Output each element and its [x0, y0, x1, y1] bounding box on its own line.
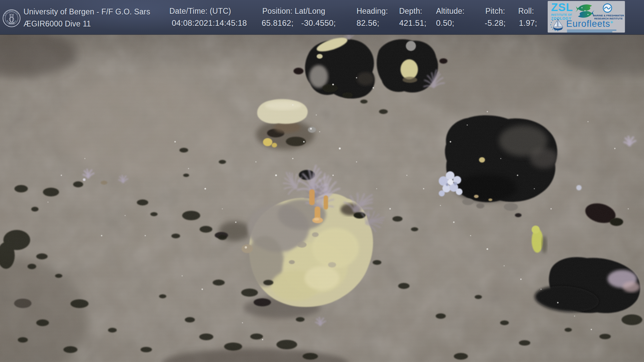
- seafloor-scene: [0, 0, 644, 362]
- telemetry-overlay-bar: UNIVERSITAS BERGENSIS University of Berg…: [0, 0, 644, 35]
- film-grain: [0, 0, 644, 362]
- eurofleets-tagline-bar: [567, 29, 616, 31]
- roll-value: 1.97;: [519, 18, 537, 28]
- dive-label: ÆGIR6000 Dive 11: [23, 19, 91, 28]
- depth-value: 421.51;: [399, 18, 426, 28]
- pitch-label: Pitch:: [485, 7, 505, 16]
- altitude-value: 0.50;: [436, 18, 454, 28]
- mfri-fish-icon: [575, 2, 595, 20]
- zsl-logo: ZSL INSTITUTE OF ZOOLOGY: [551, 2, 573, 20]
- roll-label: Roll:: [518, 7, 534, 16]
- depth-label: Depth:: [399, 7, 422, 16]
- sponsor-logo-panel: ZSL INSTITUTE OF ZOOLOGY: [548, 1, 625, 33]
- position-lat-value: 65.8162;: [262, 18, 293, 28]
- org-vessel-label: University of Bergen - F/F G.O. Sars: [23, 7, 150, 16]
- position-long-value: -30.4550;: [301, 18, 336, 28]
- eurofleets-ship-icon: [549, 18, 566, 32]
- eurofleets-tagline-bar: [567, 31, 612, 33]
- eurofleets-plus: +: [610, 19, 614, 25]
- heading-value: 82.56;: [357, 18, 379, 28]
- zsl-acronym: ZSL: [551, 2, 573, 13]
- pitch-value: -5.28;: [485, 18, 506, 28]
- mfri-wave-circle-icon: [602, 3, 612, 13]
- zsl-institute-line: INSTITUTE OF: [551, 13, 573, 16]
- position-label: Position: Lat/Long: [262, 7, 325, 16]
- datetime-label: Date/Time: (UTC): [169, 7, 231, 16]
- datetime-value: 04:08:2021:14:45:18: [172, 18, 247, 28]
- eurofleets-wordmark: Eurofleets+: [566, 19, 613, 28]
- heading-label: Heading:: [357, 7, 388, 16]
- rov-video-frame: UNIVERSITAS BERGENSIS University of Berg…: [0, 0, 644, 362]
- altitude-label: Altitude:: [436, 7, 465, 16]
- university-of-bergen-seal-icon: UNIVERSITAS BERGENSIS: [2, 9, 21, 27]
- mfri-line1: MARINE & FRESHWATER: [593, 14, 624, 17]
